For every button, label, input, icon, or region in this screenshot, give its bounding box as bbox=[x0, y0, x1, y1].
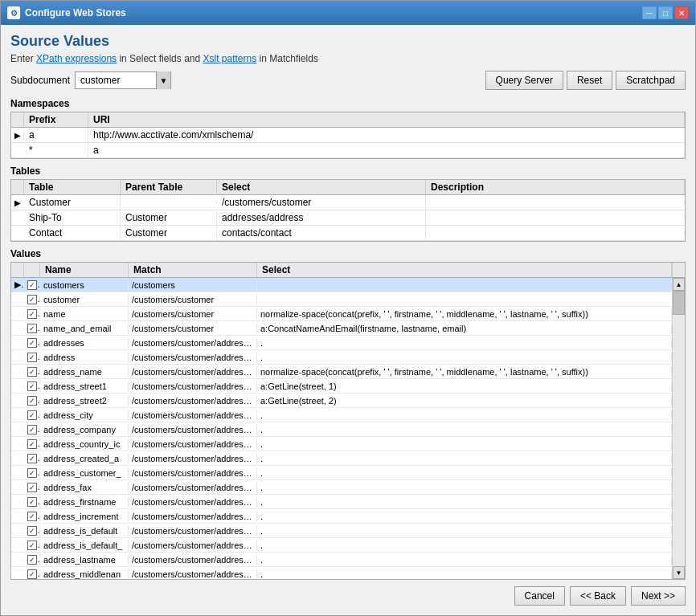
val-row-match[interactable]: /customers/customer/addresses bbox=[129, 395, 257, 406]
val-row-name[interactable]: customer bbox=[40, 294, 129, 305]
xpath-link[interactable]: XPath expressions bbox=[36, 53, 117, 64]
val-row-name[interactable]: address_firstname bbox=[40, 496, 129, 508]
val-row-name[interactable]: address_middlenan bbox=[40, 569, 129, 580]
val-row-select[interactable]: a:GetLine(street, 2) bbox=[257, 395, 672, 406]
scratchpad-button[interactable]: Scratchpad bbox=[616, 71, 686, 90]
val-row-name[interactable]: address_is_default_ bbox=[40, 540, 129, 551]
next-button[interactable]: Next >> bbox=[631, 586, 686, 606]
val-row-select[interactable]: . bbox=[257, 424, 672, 435]
val-row-select[interactable] bbox=[257, 299, 672, 300]
val-row-select[interactable]: . bbox=[257, 496, 672, 508]
val-row-match[interactable]: /customers/customer/addresses bbox=[129, 511, 257, 522]
val-row-match[interactable]: /customers/customer/addresses bbox=[129, 496, 257, 508]
val-row-match[interactable]: /customers/customer/addresses bbox=[129, 439, 257, 450]
query-server-button[interactable]: Query Server bbox=[485, 71, 563, 90]
scroll-up-button[interactable]: ▲ bbox=[673, 278, 685, 291]
tbl-row3-parent[interactable]: Customer bbox=[121, 226, 217, 240]
val-row-select[interactable]: . bbox=[257, 439, 672, 450]
val-row-match[interactable]: /customers/customer/addresses bbox=[129, 525, 257, 536]
reset-button[interactable]: Reset bbox=[567, 71, 612, 90]
tbl-row3-desc[interactable] bbox=[426, 231, 685, 235]
ns-row1-prefix[interactable]: a bbox=[24, 128, 88, 142]
val-row-name[interactable]: address_fax bbox=[40, 482, 129, 493]
val-row-checkbox[interactable] bbox=[24, 553, 40, 565]
minimize-button[interactable]: ─ bbox=[642, 6, 657, 19]
subdoc-select[interactable]: customer ▼ bbox=[75, 71, 171, 89]
values-body[interactable]: ▶customers/customerscustomer/customers/c… bbox=[11, 278, 672, 579]
val-row-checkbox[interactable] bbox=[24, 481, 40, 493]
val-row-select[interactable]: normalize-space(concat(prefix, ' ', firs… bbox=[257, 308, 672, 320]
val-row-checkbox[interactable] bbox=[24, 308, 40, 320]
val-row-match[interactable]: /customers/customer/addresses bbox=[129, 337, 257, 349]
val-row-name[interactable]: address_lastname bbox=[40, 554, 129, 565]
val-row-name[interactable]: address_country_ic bbox=[40, 439, 129, 450]
back-button[interactable]: << Back bbox=[570, 586, 626, 606]
val-row-match[interactable]: /customers/customer/addresses bbox=[129, 424, 257, 435]
val-row-match[interactable]: /customers bbox=[129, 279, 257, 291]
val-row-checkbox[interactable] bbox=[24, 337, 40, 349]
val-row-name[interactable]: customers bbox=[40, 279, 129, 291]
val-row-match[interactable]: /customers/customer bbox=[129, 323, 257, 334]
val-row-select[interactable]: . bbox=[257, 511, 672, 522]
val-row-checkbox[interactable] bbox=[24, 496, 40, 508]
val-row-select[interactable]: a:ConcatNameAndEmail(firstname, lastname… bbox=[257, 323, 672, 334]
val-row-select[interactable]: . bbox=[257, 554, 672, 565]
tbl-row3-table[interactable]: Contact bbox=[24, 226, 121, 240]
val-row-name[interactable]: address bbox=[40, 352, 129, 363]
val-row-match[interactable]: /customers/customer/addresses bbox=[129, 540, 257, 551]
val-row-name[interactable]: name bbox=[40, 308, 129, 320]
val-row-select[interactable]: . bbox=[257, 453, 672, 464]
subdoc-dropdown-arrow[interactable]: ▼ bbox=[156, 71, 170, 89]
tbl-row1-select[interactable]: /customers/customer bbox=[217, 195, 426, 210]
ns-row2-uri[interactable]: a bbox=[88, 143, 685, 157]
val-row-select[interactable]: . bbox=[257, 467, 672, 479]
val-row-checkbox[interactable] bbox=[24, 351, 40, 363]
tbl-row2-desc[interactable] bbox=[426, 216, 685, 219]
val-row-match[interactable]: /customers/customer/addresses bbox=[129, 366, 257, 377]
val-row-select[interactable]: . bbox=[257, 337, 672, 349]
tbl-row3-select[interactable]: contacts/contact bbox=[217, 226, 426, 240]
close-button[interactable]: ✕ bbox=[674, 6, 689, 19]
val-row-name[interactable]: address_customer_ bbox=[40, 467, 129, 479]
scroll-down-button[interactable]: ▼ bbox=[673, 566, 685, 579]
val-row-name[interactable]: address_is_default bbox=[40, 525, 129, 536]
val-row-select[interactable]: . bbox=[257, 569, 672, 580]
val-row-select[interactable]: . bbox=[257, 482, 672, 493]
val-row-match[interactable]: /customers/customer/addresses bbox=[129, 467, 257, 479]
val-row-checkbox[interactable] bbox=[24, 380, 40, 392]
tbl-row2-table[interactable]: Ship-To bbox=[24, 210, 121, 225]
val-row-checkbox[interactable] bbox=[24, 539, 40, 551]
val-row-match[interactable]: /customers/customer/addresses bbox=[129, 569, 257, 580]
val-row-name[interactable]: address_name bbox=[40, 366, 129, 377]
val-row-checkbox[interactable] bbox=[24, 394, 40, 406]
val-row-name[interactable]: address_increment bbox=[40, 511, 129, 522]
val-row-select[interactable]: normalize-space(concat(prefix, ' ', firs… bbox=[257, 366, 672, 377]
val-row-match[interactable]: /customers/customer/addresses bbox=[129, 554, 257, 565]
val-row-match[interactable]: /customers/customer bbox=[129, 294, 257, 305]
val-row-name[interactable]: address_company bbox=[40, 424, 129, 435]
val-row-checkbox[interactable] bbox=[24, 524, 40, 536]
val-row-select[interactable] bbox=[257, 284, 672, 286]
tbl-row1-table[interactable]: Customer bbox=[24, 195, 121, 210]
val-row-name[interactable]: address_created_a bbox=[40, 453, 129, 464]
val-row-match[interactable]: /customers/customer/addresses bbox=[129, 381, 257, 392]
val-row-checkbox[interactable] bbox=[24, 365, 40, 377]
val-row-match[interactable]: /customers/customer/addresses bbox=[129, 482, 257, 493]
scroll-thumb[interactable] bbox=[673, 291, 685, 315]
val-row-match[interactable]: /customers/customer/addresses bbox=[129, 410, 257, 421]
val-row-select[interactable]: . bbox=[257, 410, 672, 421]
val-row-select[interactable]: . bbox=[257, 525, 672, 536]
val-row-match[interactable]: /customers/customer bbox=[129, 308, 257, 320]
val-row-name[interactable]: address_city bbox=[40, 410, 129, 421]
val-row-match[interactable]: /customers/customer/addresses bbox=[129, 453, 257, 464]
val-row-checkbox[interactable] bbox=[24, 510, 40, 522]
val-row-checkbox[interactable] bbox=[24, 409, 40, 421]
val-row-checkbox[interactable] bbox=[24, 322, 40, 334]
val-row-select[interactable]: . bbox=[257, 352, 672, 363]
val-row-checkbox[interactable] bbox=[24, 279, 40, 291]
val-row-select[interactable]: a:GetLine(street, 1) bbox=[257, 381, 672, 392]
tbl-row2-select[interactable]: addresses/address bbox=[217, 210, 426, 225]
val-row-name[interactable]: address_street2 bbox=[40, 395, 129, 406]
maximize-button[interactable]: □ bbox=[658, 6, 673, 19]
tbl-row2-parent[interactable]: Customer bbox=[121, 210, 217, 225]
